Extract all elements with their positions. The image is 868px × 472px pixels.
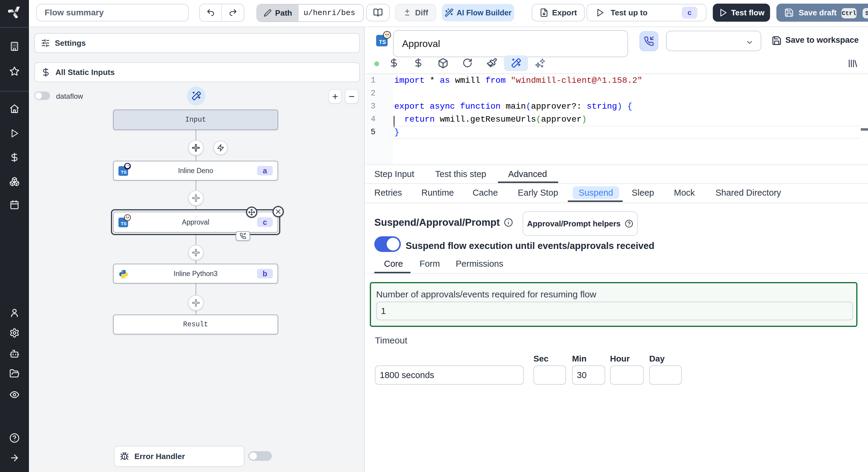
svg-text:TS: TS bbox=[121, 169, 127, 175]
svg-text:TS: TS bbox=[379, 39, 386, 45]
svg-text:TS: TS bbox=[121, 221, 127, 226]
